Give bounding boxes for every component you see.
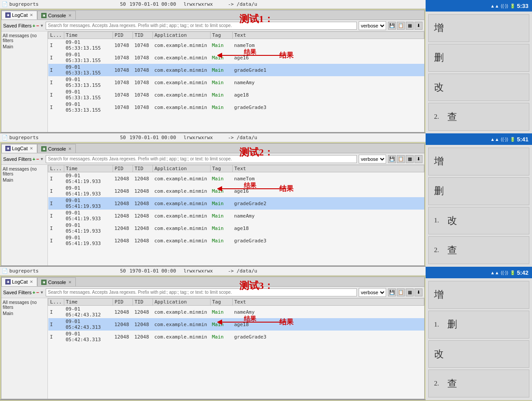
main-item[interactable]: Main — [3, 310, 46, 316]
toolbar-icon-1[interactable]: 📋 — [397, 155, 405, 163]
tab-console[interactable]: ▣ Console ✕ — [37, 277, 75, 286]
file-icon: 📄 — [2, 135, 8, 140]
log-table-row[interactable]: I 09-01 05:41:19.933 12048 12048 com.exa… — [48, 234, 424, 247]
search-input[interactable] — [46, 155, 357, 163]
remove-filter-btn[interactable]: − — [36, 156, 39, 162]
toolbar-icon-3[interactable]: ⬇ — [415, 155, 422, 163]
add-filter-btn[interactable]: + — [32, 156, 35, 162]
tab-logcat[interactable]: ▣ LogCat ✕ — [1, 277, 37, 286]
tab-icon-logcat: ▣ — [5, 146, 11, 151]
android-btn-删[interactable]: 删 — [428, 177, 529, 205]
tab-logcat[interactable]: ▣ LogCat ✕ — [1, 144, 37, 153]
android-btn-改[interactable]: 1.改 — [428, 207, 529, 235]
toolbar-icon-0[interactable]: 💾 — [388, 155, 396, 163]
tab-close-icon[interactable]: ✕ — [68, 280, 72, 284]
tab-label: LogCat — [12, 279, 27, 284]
tab-close-icon[interactable]: ✕ — [30, 13, 33, 17]
search-input[interactable] — [46, 22, 357, 30]
log-table-row[interactable]: I 09-01 05:41:19.933 12048 12048 com.exa… — [48, 210, 424, 222]
logcat-tabs: ▣ LogCat ✕ ▣ Console ✕ — [1, 10, 424, 20]
add-filter-btn[interactable]: + — [32, 290, 35, 295]
verbose-select[interactable]: verbose — [359, 288, 386, 297]
tab-icon-logcat: ▣ — [5, 279, 11, 284]
cell-pid: 12048 — [113, 318, 133, 331]
all-messages-item[interactable]: All messages (no filters — [3, 33, 46, 43]
cell-level: I — [48, 89, 64, 101]
logcat-tabs: ▣ LogCat ✕ ▣ Console ✕ — [1, 277, 424, 287]
tab-close-icon[interactable]: ✕ — [30, 280, 33, 284]
cell-tid: 10748 — [133, 64, 153, 76]
log-table-row[interactable]: I 09-01 05:33:13.155 10748 10748 com.exa… — [48, 89, 424, 101]
cell-tid: 12048 — [133, 222, 153, 234]
tab-close-icon[interactable]: ✕ — [68, 147, 72, 151]
cell-pid: 10748 — [113, 39, 133, 52]
tab-logcat[interactable]: ▣ LogCat ✕ — [1, 11, 37, 19]
search-bar: Saved Filters + − ▼ verbose💾📋▦⬇ — [1, 20, 424, 31]
android-btn-查[interactable]: 2.查 — [428, 103, 529, 131]
tab-console[interactable]: ▣ Console ✕ — [37, 11, 75, 19]
android-btn-查[interactable]: 2.查 — [428, 370, 529, 397]
toolbar-icon-2[interactable]: ▦ — [406, 22, 414, 30]
col-header-app: Application — [153, 299, 210, 306]
main-item[interactable]: Main — [3, 43, 46, 50]
all-messages-item[interactable]: All messages (no filters — [3, 300, 46, 310]
cell-text: gradeGrade3 — [232, 101, 424, 113]
search-input[interactable] — [46, 288, 357, 296]
verbose-select[interactable]: verbose — [359, 21, 386, 30]
toolbar-icon-2[interactable]: ▦ — [406, 155, 414, 163]
col-header-pid: PID — [113, 32, 133, 39]
android-button-area: 增1.删改2.查 — [426, 278, 532, 400]
left-panel: 📄 bugreports 50 1970-01-01 00:00 lrwxrwx… — [0, 267, 426, 400]
svg-text:结果: 结果 — [243, 182, 257, 189]
tab-icon-console: ▣ — [41, 146, 47, 152]
toolbar-icon-1[interactable]: 📋 — [397, 22, 405, 30]
tab-icon-console: ▣ — [41, 280, 47, 285]
file-permissions: lrwxrwxrwx — [184, 1, 228, 7]
cell-time: 09-01 05:33:13.155 — [64, 89, 113, 101]
add-filter-btn[interactable]: + — [32, 23, 35, 28]
cell-app: com.example.minmin — [153, 222, 210, 234]
file-size: 50 — [108, 268, 126, 274]
log-table-row[interactable]: I 09-01 05:41:19.933 12048 12048 com.exa… — [48, 222, 424, 234]
android-panel: ▲▲ ((·)) 🔋 5:41 增删1.改2.查 — [426, 133, 532, 267]
main-item[interactable]: Main — [3, 177, 46, 183]
log-table-row[interactable]: I 09-01 05:33:13.155 10748 10748 com.exa… — [48, 101, 424, 113]
filter-options-btn[interactable]: ▼ — [40, 157, 44, 161]
cell-tag: Main — [210, 331, 232, 343]
android-btn-增[interactable]: 增 — [428, 14, 529, 42]
android-btn-增[interactable]: 增 — [428, 148, 529, 175]
toolbar-icon-1[interactable]: 📋 — [397, 288, 405, 296]
log-table-row[interactable]: I 09-01 05:33:13.155 10748 10748 com.exa… — [48, 64, 424, 76]
toolbar-icon-0[interactable]: 💾 — [388, 288, 396, 296]
filter-options-btn[interactable]: ▼ — [40, 290, 44, 295]
remove-filter-btn[interactable]: − — [36, 23, 39, 28]
tab-console[interactable]: ▣ Console ✕ — [37, 144, 75, 153]
cell-text: age18 — [232, 89, 424, 101]
android-btn-改[interactable]: 改 — [428, 340, 529, 368]
logcat-content: All messages (no filters Main L... Time … — [1, 298, 424, 399]
android-btn-改[interactable]: 改 — [428, 74, 529, 101]
log-table-row[interactable]: I 09-01 05:41:19.933 12048 12048 com.exa… — [48, 197, 424, 210]
tab-close-icon[interactable]: ✕ — [68, 13, 72, 18]
toolbar-icon-3[interactable]: ⬇ — [415, 288, 422, 296]
android-btn-删[interactable]: 1.删 — [428, 311, 529, 339]
all-messages-item[interactable]: All messages (no filters — [3, 166, 46, 177]
toolbar-icon-0[interactable]: 💾 — [388, 22, 396, 30]
android-btn-删[interactable]: 删 — [428, 44, 529, 72]
toolbar-icon-3[interactable]: ⬇ — [415, 22, 422, 30]
android-btn-查[interactable]: 2.查 — [428, 236, 529, 264]
cell-app: com.example.minmin — [153, 64, 210, 76]
log-table-row[interactable]: I 09-01 05:33:13.155 10748 10748 com.exa… — [48, 76, 424, 89]
toolbar-icon-2[interactable]: ▦ — [406, 288, 414, 296]
log-sidebar: All messages (no filters Main — [1, 31, 48, 132]
btn-label: 增 — [434, 155, 444, 168]
tab-close-icon[interactable]: ✕ — [30, 146, 33, 151]
android-btn-增[interactable]: 增 — [428, 281, 529, 309]
log-table-row[interactable]: I 09-01 05:42:43.313 12048 12048 com.exa… — [48, 331, 424, 343]
filter-options-btn[interactable]: ▼ — [40, 23, 44, 28]
remove-filter-btn[interactable]: − — [36, 290, 39, 295]
verbose-select[interactable]: verbose — [359, 155, 386, 164]
cell-tag: Main — [210, 197, 232, 210]
cell-app: com.example.minmin — [153, 185, 210, 197]
cell-level: I — [48, 234, 64, 247]
